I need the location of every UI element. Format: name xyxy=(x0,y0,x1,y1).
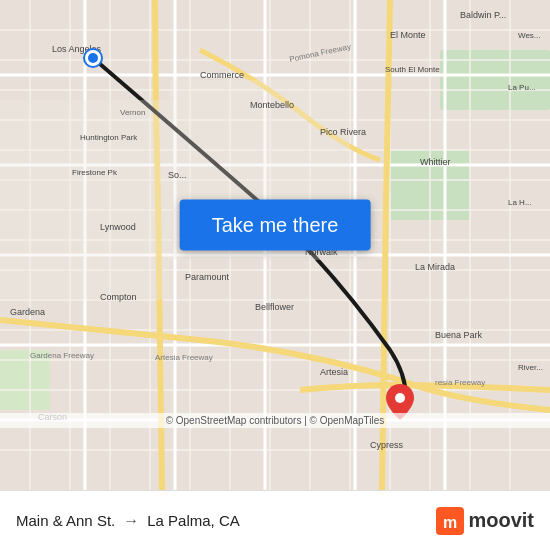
svg-text:Bellflower: Bellflower xyxy=(255,302,294,312)
moovit-logo-icon: m xyxy=(436,507,464,535)
svg-text:La Pu...: La Pu... xyxy=(508,83,536,92)
svg-text:La Mirada: La Mirada xyxy=(415,262,455,272)
svg-text:Compton: Compton xyxy=(100,292,137,302)
svg-text:Gardena: Gardena xyxy=(10,307,45,317)
route-from: Main & Ann St. xyxy=(16,512,115,529)
credit-text: © OpenStreetMap contributors | © OpenMap… xyxy=(166,415,385,426)
svg-text:Lynwood: Lynwood xyxy=(100,222,136,232)
svg-text:Cypress: Cypress xyxy=(370,440,404,450)
svg-point-76 xyxy=(88,53,98,63)
svg-text:Huntington Park: Huntington Park xyxy=(80,133,138,142)
svg-text:Buena Park: Buena Park xyxy=(435,330,483,340)
footer: Main & Ann St. → La Palma, CA m moovit xyxy=(0,490,550,550)
map-credit: © OpenStreetMap contributors | © OpenMap… xyxy=(0,413,550,428)
svg-rect-2 xyxy=(440,50,550,110)
svg-text:Vernon: Vernon xyxy=(120,108,145,117)
svg-text:Firestone Pk: Firestone Pk xyxy=(72,168,118,177)
svg-text:m: m xyxy=(443,514,457,531)
svg-text:resia Freeway: resia Freeway xyxy=(435,378,485,387)
map-container: Baldwin P... El Monte South El Monte Wes… xyxy=(0,0,550,490)
svg-text:Wes...: Wes... xyxy=(518,31,541,40)
svg-text:Artesia Freeway: Artesia Freeway xyxy=(155,353,213,362)
svg-rect-42 xyxy=(0,100,170,300)
svg-point-78 xyxy=(395,393,405,403)
svg-text:So...: So... xyxy=(168,170,187,180)
svg-text:Baldwin P...: Baldwin P... xyxy=(460,10,506,20)
svg-text:River...: River... xyxy=(518,363,543,372)
take-me-there-button[interactable]: Take me there xyxy=(180,200,371,251)
svg-text:South El Monte: South El Monte xyxy=(385,65,440,74)
svg-text:Commerce: Commerce xyxy=(200,70,244,80)
svg-text:Montebello: Montebello xyxy=(250,100,294,110)
route-to: La Palma, CA xyxy=(147,512,240,529)
svg-text:El Monte: El Monte xyxy=(390,30,426,40)
route-arrow: → xyxy=(123,512,139,530)
svg-text:Paramount: Paramount xyxy=(185,272,230,282)
moovit-brand-text: moovit xyxy=(468,509,534,532)
moovit-logo: m moovit xyxy=(436,507,534,535)
svg-text:Whittier: Whittier xyxy=(420,157,451,167)
svg-text:Pico Rivera: Pico Rivera xyxy=(320,127,366,137)
svg-text:Artesia: Artesia xyxy=(320,367,348,377)
route-info: Main & Ann St. → La Palma, CA xyxy=(16,512,240,530)
svg-text:La H...: La H... xyxy=(508,198,532,207)
svg-text:Gardena Freeway: Gardena Freeway xyxy=(30,351,94,360)
